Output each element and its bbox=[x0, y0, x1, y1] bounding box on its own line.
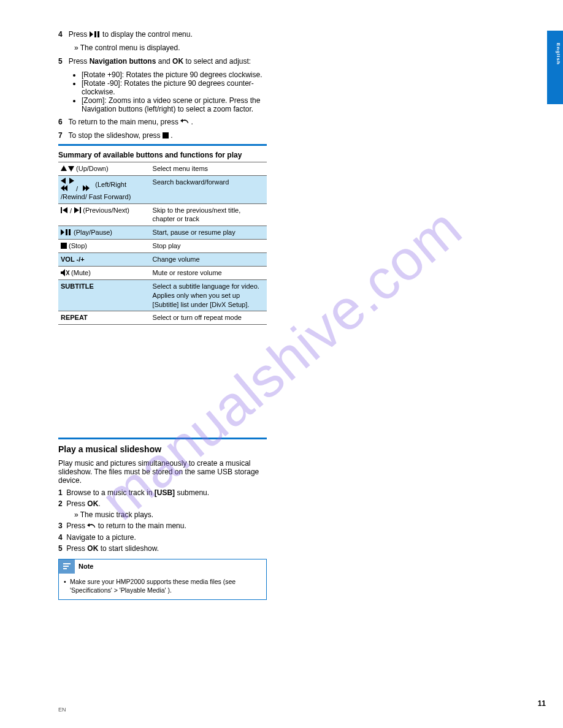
svg-rect-12 bbox=[61, 207, 62, 213]
table-row: REPEATSelect or turn off repeat mode bbox=[58, 311, 267, 325]
section-divider bbox=[58, 144, 267, 146]
main-content: 4 Press to display the control menu. » T… bbox=[58, 29, 267, 325]
step-4-result: » The control menu is displayed. bbox=[58, 43, 267, 53]
controls-heading: Summary of available buttons and functio… bbox=[58, 151, 267, 159]
slideshow-steps: 1 Browse to a music track in [USB] subme… bbox=[58, 488, 267, 553]
step-number: 4 bbox=[58, 30, 66, 39]
options-list: [Rotate +90]: Rotates the picture 90 deg… bbox=[58, 70, 267, 113]
svg-marker-0 bbox=[90, 31, 93, 37]
table-row: (Play/Pause)Start, pause or resume play bbox=[58, 226, 267, 240]
svg-marker-20 bbox=[61, 269, 65, 276]
step-6: 6 To return to the main menu, press . bbox=[58, 117, 267, 127]
control-button-cell: (Mute) bbox=[58, 266, 150, 279]
table-row: VOL -/+Change volume bbox=[58, 253, 267, 267]
svg-rect-3 bbox=[163, 132, 169, 138]
step-number: 7 bbox=[58, 131, 66, 140]
svg-marker-13 bbox=[63, 207, 67, 213]
table-row: (Up/Down)Select menu items bbox=[58, 162, 267, 175]
svg-rect-25 bbox=[63, 568, 67, 569]
slideshow-intro: Play music and pictures simultaneously t… bbox=[58, 459, 267, 485]
step-number: 2 bbox=[58, 499, 66, 508]
slideshow-heading: Play a musical slideshow bbox=[58, 444, 267, 454]
step-3: 3 Press to return to the main menu. bbox=[58, 521, 267, 531]
step-2: 2 Press OK. bbox=[58, 499, 267, 508]
back-icon bbox=[87, 522, 96, 531]
control-desc-cell: Stop play bbox=[150, 240, 267, 253]
step-number: 5 bbox=[58, 544, 66, 553]
option-rotate-minus: [Rotate -90]: Rotates the picture 90 deg… bbox=[82, 79, 267, 96]
svg-rect-19 bbox=[61, 243, 67, 249]
table-row: SUBTITLESelect a subtitle language for v… bbox=[58, 279, 267, 311]
step-number: 6 bbox=[58, 118, 66, 126]
back-icon bbox=[180, 118, 189, 126]
control-desc-cell: Change volume bbox=[150, 253, 267, 267]
option-rotate-plus: [Rotate +90]: Rotates the picture 90 deg… bbox=[82, 70, 267, 79]
svg-marker-6 bbox=[61, 178, 66, 184]
control-desc-cell: Search backward/forward bbox=[150, 175, 267, 203]
note-label: Note bbox=[75, 559, 266, 574]
section-divider bbox=[58, 438, 267, 439]
control-button-cell: REPEAT bbox=[58, 311, 150, 325]
svg-rect-15 bbox=[80, 207, 81, 213]
step-number: 3 bbox=[58, 521, 66, 530]
control-button-cell: (Play/Pause) bbox=[58, 226, 150, 240]
control-desc-cell: Select or turn off repeat mode bbox=[150, 311, 267, 325]
step-number: 1 bbox=[58, 488, 66, 497]
svg-marker-14 bbox=[74, 207, 79, 213]
control-button-cell: (Stop) bbox=[58, 240, 150, 253]
svg-rect-24 bbox=[63, 566, 69, 567]
svg-rect-23 bbox=[63, 563, 71, 564]
step-number: 5 bbox=[58, 57, 66, 66]
stop-icon bbox=[163, 132, 169, 140]
svg-marker-11 bbox=[86, 185, 90, 191]
step-number: 4 bbox=[58, 533, 66, 542]
svg-rect-2 bbox=[98, 31, 99, 37]
control-desc-cell: Start, pause or resume play bbox=[150, 226, 267, 240]
control-desc-cell: Select a subtitle language for video. Ap… bbox=[150, 279, 267, 311]
language-tab-label: English bbox=[556, 43, 561, 65]
control-desc-cell: Skip to the previous/next title, chapter… bbox=[150, 203, 267, 226]
svg-marker-16 bbox=[61, 229, 64, 235]
svg-rect-1 bbox=[94, 31, 96, 37]
control-button-cell: SUBTITLE bbox=[58, 279, 150, 311]
page-number: 11 bbox=[538, 699, 546, 708]
note-text: Make sure your HMP2000 supports these me… bbox=[70, 578, 236, 594]
step-4: 4 Navigate to a picture. bbox=[58, 533, 267, 542]
control-button-cell: (Up/Down) bbox=[58, 162, 150, 175]
step-5: 5 Press OK to start slideshow. bbox=[58, 544, 267, 553]
svg-marker-7 bbox=[69, 178, 74, 184]
control-button-cell: / (Left/Right /Rewind/ Fast Forward) bbox=[58, 175, 150, 203]
control-button-cell: VOL -/+ bbox=[58, 253, 150, 267]
note-box: Note • Make sure your HMP2000 supports t… bbox=[58, 559, 267, 600]
slideshow-section: Play a musical slideshow Play music and … bbox=[58, 434, 267, 600]
footer-lang: EN bbox=[58, 707, 66, 713]
step-1: 1 Browse to a music track in [USB] subme… bbox=[58, 488, 267, 497]
control-desc-cell: Select menu items bbox=[150, 162, 267, 175]
table-row: / (Left/Right /Rewind/ Fast Forward)Sear… bbox=[58, 175, 267, 203]
table-row: / (Previous/Next)Skip to the previous/ne… bbox=[58, 203, 267, 226]
table-row: (Mute)Mute or restore volume bbox=[58, 266, 267, 279]
svg-rect-18 bbox=[69, 229, 71, 235]
step-5: 5 Press Navigation buttons and OK to sel… bbox=[58, 56, 267, 66]
control-button-cell: / (Previous/Next) bbox=[58, 203, 150, 226]
step-4: 4 Press to display the control menu. bbox=[58, 29, 267, 39]
table-row: (Stop)Stop play bbox=[58, 240, 267, 253]
step-result: » The music track plays. bbox=[58, 510, 267, 519]
step-7: 7 To stop the slideshow, press . bbox=[58, 131, 267, 140]
svg-rect-17 bbox=[66, 229, 67, 235]
note-icon bbox=[59, 559, 75, 574]
language-tab bbox=[547, 31, 563, 104]
option-zoom: [Zoom]: Zooms into a video scene or pict… bbox=[82, 96, 267, 113]
play-pause-icon bbox=[90, 31, 101, 39]
svg-marker-5 bbox=[68, 166, 74, 172]
control-desc-cell: Mute or restore volume bbox=[150, 266, 267, 279]
svg-marker-4 bbox=[61, 165, 67, 171]
controls-table: (Up/Down)Select menu items / (Left/Right… bbox=[58, 162, 267, 325]
